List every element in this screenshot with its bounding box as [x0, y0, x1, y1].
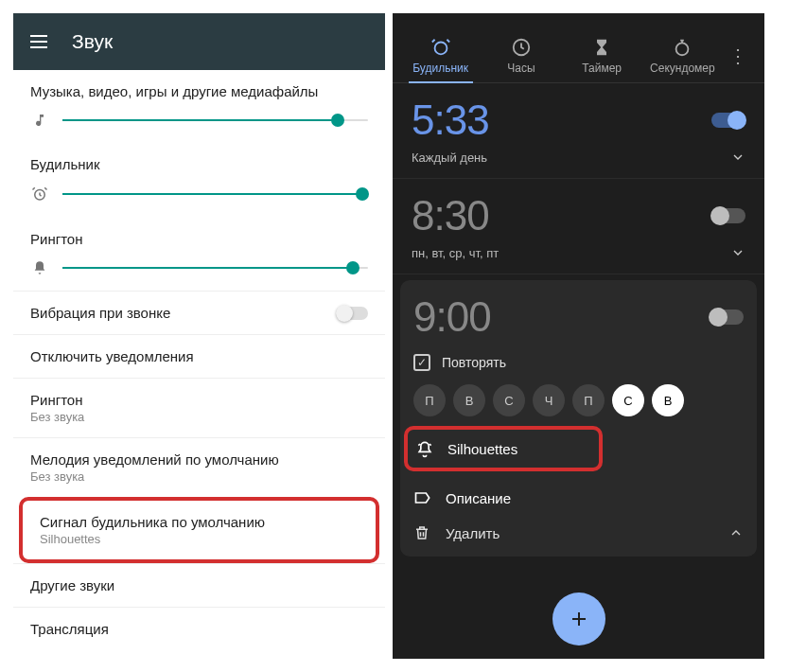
dnd-item[interactable]: Отключить уведомления [13, 334, 385, 378]
notification-sound-item[interactable]: Мелодия уведомлений по умолчанию Без зву… [13, 437, 385, 497]
ringtone-volume-section: Рингтон [13, 218, 385, 251]
alarm-time[interactable]: 5:33 [412, 97, 489, 144]
media-volume-section: Музыка, видео, игры и другие медиафайлы [13, 70, 385, 103]
alarm-icon [430, 37, 451, 58]
label-icon [413, 488, 432, 507]
alarm-volume-section: Будильник [13, 143, 385, 176]
tab-stopwatch[interactable]: Секундомер [642, 37, 723, 82]
alarm-toggle[interactable] [710, 309, 744, 325]
day-chip-wed[interactable]: С [493, 384, 525, 416]
hourglass-icon [591, 37, 612, 58]
page-title: Звук [72, 30, 113, 53]
alarm-volume-slider[interactable] [13, 176, 385, 218]
alarm-bell-icon [415, 439, 434, 458]
day-chip-tue[interactable]: В [453, 384, 485, 416]
toggle-switch[interactable] [336, 307, 368, 320]
music-note-icon [30, 113, 49, 128]
expand-icon[interactable] [730, 150, 745, 165]
svg-point-3 [676, 43, 689, 55]
day-chip-sun[interactable]: В [652, 384, 684, 416]
day-chip-fri[interactable]: П [572, 384, 605, 416]
tab-alarm[interactable]: Будильник [400, 37, 481, 82]
bell-icon [30, 260, 49, 275]
repeat-checkbox[interactable]: ✓ Повторять [413, 354, 744, 371]
clock-icon [511, 37, 532, 58]
media-volume-slider[interactable] [13, 103, 385, 143]
trash-icon [413, 524, 432, 541]
other-sounds-item[interactable]: Другие звуки [13, 563, 385, 607]
alarm-delete-button[interactable]: Удалить [413, 524, 500, 541]
alarm-toggle[interactable] [711, 208, 745, 223]
day-chip-thu[interactable]: Ч [533, 384, 565, 416]
alarm-description-option[interactable]: Описание [413, 488, 744, 507]
sound-settings-screen: Звук Музыка, видео, игры и другие медиаф… [13, 13, 385, 659]
menu-icon[interactable] [30, 35, 47, 48]
day-chips-row: П В С Ч П С В [413, 384, 744, 416]
tab-bar: Будильник Часы Таймер Секундомер ⋮ [393, 13, 764, 83]
tab-clock[interactable]: Часы [481, 37, 561, 82]
cast-item[interactable]: Трансляция [13, 607, 385, 650]
add-alarm-fab[interactable] [552, 592, 605, 645]
more-icon[interactable]: ⋮ [723, 44, 757, 82]
alarm-clock-icon [30, 186, 49, 203]
collapse-icon[interactable] [728, 525, 744, 540]
header: Звук [13, 13, 385, 70]
day-chip-mon[interactable]: П [413, 384, 446, 416]
expand-icon[interactable] [730, 245, 745, 260]
stopwatch-icon [672, 37, 693, 58]
alarm-sound-highlight: Сигнал будильника по умолчанию Silhouett… [19, 497, 379, 563]
ringtone-item[interactable]: Рингтон Без звука [13, 378, 385, 437]
tab-timer[interactable]: Таймер [562, 37, 642, 82]
clock-app-screen: Будильник Часы Таймер Секундомер ⋮ 5:33 [393, 13, 764, 659]
ringtone-volume-slider[interactable] [13, 251, 385, 291]
day-chip-sat[interactable]: С [612, 384, 644, 416]
alarm-ringtone-option[interactable]: Silhouettes [404, 426, 603, 471]
alarm-sound-item[interactable]: Сигнал будильника по умолчанию Silhouett… [23, 501, 376, 559]
alarm-item-3-expanded: 9:00 ✓ Повторять П В С Ч П С В Silhouett… [400, 280, 757, 557]
alarm-item-1[interactable]: 5:33 Каждый день [393, 83, 764, 179]
alarm-time[interactable]: 9:00 [413, 293, 491, 341]
vibrate-on-call-toggle[interactable]: Вибрация при звонке [13, 291, 385, 334]
alarm-item-2[interactable]: 8:30 пн, вт, ср, чт, пт [393, 179, 764, 274]
alarm-toggle[interactable] [711, 113, 745, 128]
svg-point-1 [434, 43, 447, 55]
alarm-time[interactable]: 8:30 [412, 192, 489, 239]
